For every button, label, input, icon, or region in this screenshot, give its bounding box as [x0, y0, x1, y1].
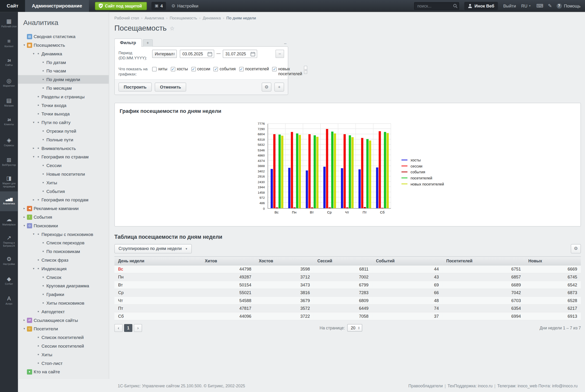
tab-administration[interactable]: Администрирование	[25, 0, 89, 12]
menu-item[interactable]: ▾⊙Поисковики	[18, 221, 109, 230]
column-header[interactable]: Сессий	[314, 256, 372, 265]
rail-item-link[interactable]: ⊞ВебПростор	[0, 152, 18, 172]
collapse-arrow-icon[interactable]: ▾	[32, 52, 36, 55]
collapse-arrow-icon[interactable]: ▾	[22, 224, 26, 227]
edit-mode-icon[interactable]: ✎	[548, 3, 552, 9]
prev-page-button[interactable]: ‹	[114, 324, 123, 332]
filter-checkbox[interactable]: хиты	[152, 66, 167, 72]
menu-item[interactable]: Новые посетители	[18, 170, 109, 178]
menu-item[interactable]: Сессии	[18, 161, 109, 170]
menu-item[interactable]: Список фраз	[18, 256, 109, 264]
collapse-arrow-icon[interactable]: ▾	[22, 327, 26, 330]
page-number-button[interactable]: 1	[124, 324, 132, 332]
menu-item[interactable]: Разделы и страницы	[18, 92, 109, 101]
checkbox-icon[interactable]: ✓	[191, 67, 196, 72]
collapse-arrow-icon[interactable]: ▾	[32, 267, 36, 270]
checkbox-icon[interactable]: ✓	[272, 67, 276, 72]
tab-site[interactable]: Сайт	[0, 0, 25, 12]
rail-item-link[interactable]: ▤Магазин	[0, 92, 18, 112]
rail-item-link[interactable]: ↗Переход в Битрикс24	[0, 231, 18, 251]
table-row[interactable]: Ср55021381672836670426873	[114, 288, 581, 296]
collapse-arrow-icon[interactable]: ▾	[32, 155, 36, 158]
menu-item[interactable]: Автодетект	[18, 307, 109, 316]
rail-item-link[interactable]: ≡Контент	[0, 33, 18, 53]
language-selector[interactable]: RU ▼	[521, 4, 531, 8]
collapse-arrow-icon[interactable]: ▾	[32, 121, 36, 124]
menu-item[interactable]: ▾Переходы с поисковиков	[18, 230, 109, 238]
period-mode-select[interactable]: Интервал ▲▼	[152, 50, 177, 58]
menu-item[interactable]: Точки выхода	[18, 110, 109, 118]
logout-button[interactable]: Выйти	[503, 4, 516, 8]
filter-checkbox[interactable]: ✓посетителей	[239, 66, 269, 72]
rail-item-link[interactable]: 24Сайты	[0, 53, 18, 73]
calendar-icon[interactable]	[250, 52, 255, 56]
hotkeys-icon[interactable]: ⌨	[536, 3, 544, 9]
menu-item[interactable]: ▸!События	[18, 212, 109, 221]
rail-item-link[interactable]: 24Клиенты	[0, 112, 18, 132]
menu-item[interactable]: Хиты	[18, 350, 109, 359]
add-filter-tab-button[interactable]: +	[143, 39, 153, 47]
rail-item-link[interactable]: ▦Рабочий стол	[0, 13, 18, 33]
menu-item[interactable]: Хиты	[18, 178, 109, 187]
menu-item[interactable]: ▸⇄Ссылающиеся сайты	[18, 316, 109, 324]
checkbox-icon[interactable]: ✓	[214, 67, 218, 72]
filter-checkbox[interactable]: ✓события	[214, 66, 236, 72]
footer-link[interactable]: Телеграм: inoco_web Почта: info@inoco.ru	[498, 383, 578, 388]
rail-item-link[interactable]: ◆Сотбит	[0, 270, 18, 290]
menu-item[interactable]: ▸◀Рекламные кампании	[18, 204, 109, 213]
table-row[interactable]: Вт50154347367996966896542	[114, 281, 581, 289]
favorite-star-icon[interactable]: ☆	[170, 25, 175, 32]
filter-tab[interactable]: Фильтр	[114, 38, 142, 47]
menu-item[interactable]: ▾☺Посетители	[18, 324, 109, 333]
menu-item[interactable]: Полные пути	[18, 135, 109, 144]
table-settings-button[interactable]: ⚙	[571, 244, 581, 253]
checkbox-icon[interactable]: ✓	[239, 67, 244, 72]
remove-show-field-button[interactable]: −	[304, 66, 307, 74]
menu-item[interactable]: ▾Индексация	[18, 264, 109, 273]
column-header[interactable]: Хостов	[255, 256, 314, 265]
expand-arrow-icon[interactable]: ▸	[22, 216, 26, 219]
expand-arrow-icon[interactable]: ▸	[32, 198, 36, 201]
menu-item[interactable]: Точки входа	[18, 101, 109, 110]
menu-item[interactable]: По поисковикам	[18, 247, 109, 256]
column-header[interactable]: День недели	[114, 256, 201, 265]
column-header[interactable]: Хитов	[201, 256, 255, 265]
menu-item[interactable]: ▾▦Посещаемость	[18, 41, 109, 49]
build-button[interactable]: Построить	[118, 82, 152, 91]
cancel-button[interactable]: Отменить	[155, 82, 186, 91]
menu-item[interactable]: ▾Пути по сайту	[18, 118, 109, 127]
collapse-arrow-icon[interactable]: ▾	[32, 232, 36, 236]
menu-item[interactable]: ▸География по городам	[18, 196, 109, 204]
menu-item[interactable]: Сессии посетителей	[18, 342, 109, 350]
filter-settings-button[interactable]: ⚙	[262, 82, 272, 91]
rail-item-link[interactable]: ◨Маркет для продавцов	[0, 172, 18, 191]
table-row[interactable]: Вс44798359868114467516669	[114, 265, 581, 273]
remove-period-field-button[interactable]: −	[276, 50, 284, 58]
next-page-button[interactable]: ›	[134, 324, 142, 332]
column-header[interactable]: Посетителей	[442, 256, 524, 265]
menu-item[interactable]: ●Кто на сайте	[18, 368, 109, 376]
table-row[interactable]: Чт54588367968094867036528	[114, 296, 581, 304]
per-page-select[interactable]: 20 ▲▼	[348, 324, 362, 332]
menu-item[interactable]: По часам	[18, 66, 109, 75]
filter-collapse-button[interactable]: −	[282, 41, 288, 46]
filter-checkbox[interactable]: ✓хосты	[171, 66, 188, 72]
menu-item[interactable]: По месяцам	[18, 84, 109, 92]
collapse-arrow-icon[interactable]: ▾	[22, 44, 26, 47]
rail-item-link[interactable]: ◎Маркетинг	[0, 72, 18, 92]
menu-item[interactable]: Хиты поисковиков	[18, 298, 109, 307]
breadcrumb-item[interactable]: Посещаемость	[170, 16, 197, 20]
rail-item-link[interactable]: AАспро	[0, 290, 18, 310]
rail-item-link[interactable]: ⚙Настройки	[0, 251, 18, 271]
menu-item[interactable]: ▤Сводная статистика	[18, 32, 109, 41]
table-row[interactable]: Пт47817357264497463546217	[114, 304, 581, 312]
checkbox-icon[interactable]: ✓	[171, 67, 175, 72]
user-menu-button[interactable]: Инок Веб	[464, 2, 498, 10]
column-header[interactable]: Событий	[372, 256, 442, 265]
breadcrumb-item[interactable]: Аналитика	[144, 16, 164, 20]
notifications-badge[interactable]: ▣ 4	[151, 2, 166, 10]
footer-link[interactable]: ТехПоддержка: inoco.ru	[448, 383, 492, 388]
topbar-settings-button[interactable]: ⚙ Настройки	[172, 3, 198, 8]
menu-item[interactable]: ▸Внимательность	[18, 144, 109, 152]
menu-item[interactable]: ▾Динамика	[18, 49, 109, 58]
